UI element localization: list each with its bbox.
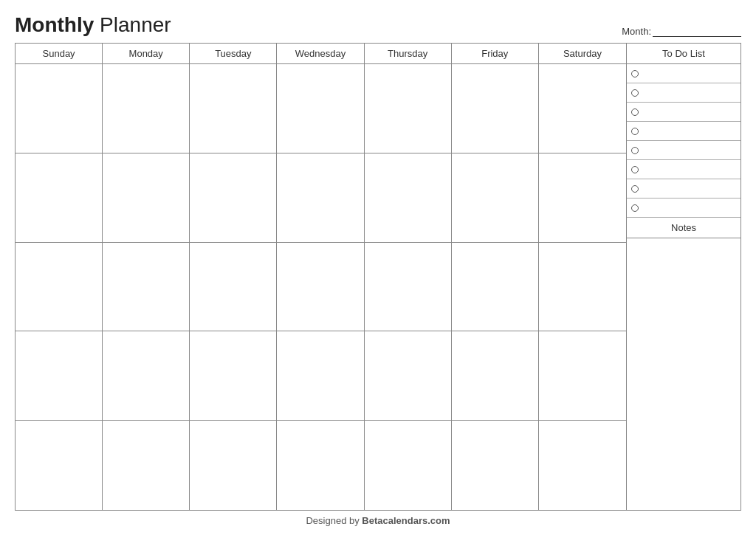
table-row[interactable] [452,421,539,510]
footer-text-bold: Betacalendars.com [362,515,450,526]
todo-checkbox-icon[interactable] [631,185,639,193]
table-row[interactable] [16,331,103,421]
notes-body[interactable] [627,238,740,510]
table-row[interactable] [452,64,539,153]
table-row[interactable] [277,421,364,510]
table-row[interactable] [452,243,539,332]
calendar-section: Sunday Monday Tuesday Wednesday Thursday… [15,43,627,511]
list-item[interactable] [627,141,740,160]
todo-checkbox-icon[interactable] [631,70,639,77]
table-row[interactable] [16,243,103,332]
todo-checkbox-icon[interactable] [631,166,639,173]
table-row[interactable] [190,64,277,153]
day-header-tuesday: Tuesday [190,44,277,63]
list-item[interactable] [627,83,740,103]
table-row[interactable] [103,64,190,153]
table-row[interactable] [103,421,190,510]
table-row[interactable] [539,421,626,510]
day-header-monday: Monday [103,44,190,63]
table-row[interactable] [190,243,277,332]
todo-list [627,64,740,218]
list-item[interactable] [627,64,740,83]
month-label: Month: [622,26,651,37]
list-item[interactable] [627,179,740,199]
table-row[interactable] [103,331,190,421]
title-normal: Planner [94,13,171,36]
todo-checkbox-icon[interactable] [631,147,639,154]
table-row[interactable] [277,64,364,153]
page-title: Monthly Planner [15,13,171,37]
footer-text-normal: Designed by [306,515,362,526]
title-bold: Monthly [15,13,94,36]
table-row[interactable] [539,64,626,153]
table-row[interactable] [277,153,364,243]
table-row[interactable] [452,331,539,421]
calendar-grid [16,64,626,510]
notes-header: Notes [627,218,740,238]
todo-checkbox-icon[interactable] [631,128,639,135]
main-content: Sunday Monday Tuesday Wednesday Thursday… [15,43,741,511]
table-row[interactable] [539,331,626,421]
table-row[interactable] [16,153,103,243]
table-row[interactable] [190,421,277,510]
day-header-saturday: Saturday [539,44,626,63]
day-headers: Sunday Monday Tuesday Wednesday Thursday… [16,44,626,64]
header: Monthly Planner Month: [15,13,741,37]
todo-checkbox-icon[interactable] [631,108,639,116]
table-row[interactable] [190,331,277,421]
list-item[interactable] [627,199,740,218]
todo-list-header: To Do List [627,44,740,64]
month-field: Month: [622,26,741,37]
footer: Designed by Betacalendars.com [15,511,741,528]
table-row[interactable] [277,331,364,421]
table-row[interactable] [539,243,626,332]
table-row[interactable] [365,153,452,243]
table-row[interactable] [103,243,190,332]
list-item[interactable] [627,160,740,179]
table-row[interactable] [365,331,452,421]
day-header-wednesday: Wednesday [277,44,364,63]
todo-checkbox-icon[interactable] [631,204,639,212]
table-row[interactable] [103,153,190,243]
page: Monthly Planner Month: Sunday Monday Tue… [0,0,756,535]
table-row[interactable] [365,421,452,510]
day-header-thursday: Thursday [365,44,452,63]
table-row[interactable] [190,153,277,243]
list-item[interactable] [627,122,740,141]
table-row[interactable] [539,153,626,243]
day-header-sunday: Sunday [16,44,103,63]
list-item[interactable] [627,103,740,122]
todo-checkbox-icon[interactable] [631,89,639,97]
table-row[interactable] [277,243,364,332]
table-row[interactable] [365,64,452,153]
table-row[interactable] [365,243,452,332]
table-row[interactable] [16,421,103,510]
month-input-line[interactable] [653,27,741,37]
table-row[interactable] [16,64,103,153]
day-header-friday: Friday [452,44,539,63]
sidebar-section: To Do List [627,43,741,511]
notes-section: Notes [627,218,740,510]
table-row[interactable] [452,153,539,243]
